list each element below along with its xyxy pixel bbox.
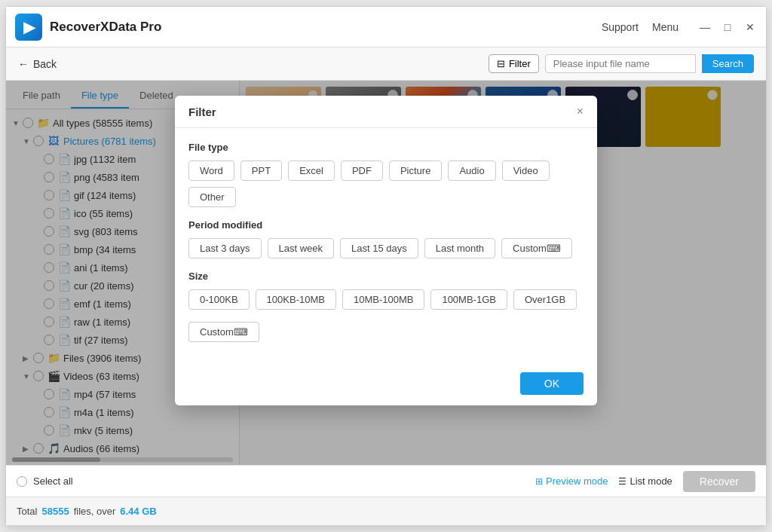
menu-button[interactable]: Menu: [652, 21, 679, 33]
filter-tag-picture[interactable]: Picture: [389, 161, 442, 181]
size-section-title: Size: [188, 271, 584, 282]
filter-dialog: Filter × File type Word PPT Excel PDF Pi…: [175, 96, 597, 405]
recover-button[interactable]: Recover: [683, 471, 755, 492]
custom-size-group: Custom⌨: [188, 322, 584, 342]
filter-tag-3days[interactable]: Last 3 days: [188, 238, 262, 258]
back-arrow-icon: ←: [18, 58, 29, 70]
filter-tag-over1gb[interactable]: Over1GB: [513, 289, 577, 310]
preview-mode-button[interactable]: ⊞ Preview mode: [535, 475, 608, 487]
period-section-title: Period modified: [188, 219, 584, 231]
status-text: Total 58555 files, over 6.44 GB: [17, 506, 157, 517]
content-area: File path File type Deleted ▼ 📁 All type…: [6, 81, 766, 465]
files-label: files, over: [74, 506, 116, 517]
app-window: ▶ RecoverXData Pro Support Menu — □ ✕ ← …: [5, 6, 767, 526]
view-controls: ⊞ Preview mode ☰ List mode Recover: [535, 471, 755, 492]
dialog-header: Filter ×: [175, 96, 597, 128]
list-mode-icon: ☰: [618, 476, 626, 487]
bottom-bar: Select all ⊞ Preview mode ☰ List mode Re…: [6, 465, 766, 497]
dialog-body: File type Word PPT Excel PDF Picture Aud…: [175, 128, 597, 365]
filter-tag-video[interactable]: Video: [502, 161, 550, 181]
preview-mode-label: Preview mode: [546, 475, 608, 487]
filter-tag-pdf[interactable]: PDF: [341, 161, 383, 181]
title-bar: ▶ RecoverXData Pro Support Menu — □ ✕: [6, 7, 766, 47]
select-all-label: Select all: [33, 475, 73, 487]
size-buttons: 0-100KB 100KB-10MB 10MB-100MB 100MB-1GB …: [188, 289, 584, 310]
logo-icon: ▶: [23, 18, 35, 36]
filter-tag-month[interactable]: Last month: [424, 238, 495, 258]
filter-tag-custom-period[interactable]: Custom⌨: [501, 238, 572, 258]
filter-tag-15days[interactable]: Last 15 days: [340, 238, 418, 258]
filter-tag-100kb-10mb[interactable]: 100KB-10MB: [256, 289, 336, 310]
back-button[interactable]: ← Back: [18, 58, 57, 70]
bottom-area: Select all ⊞ Preview mode ☰ List mode Re…: [6, 465, 766, 525]
filter-overlay[interactable]: Filter × File type Word PPT Excel PDF Pi…: [6, 81, 766, 465]
file-type-section-title: File type: [188, 142, 584, 153]
preview-mode-icon: ⊞: [535, 476, 543, 487]
total-label: Total: [17, 506, 37, 517]
status-bar: Total 58555 files, over 6.44 GB: [6, 497, 766, 525]
period-buttons: Last 3 days Last week Last 15 days Last …: [188, 238, 584, 258]
select-all-area: Select all: [17, 475, 73, 487]
maximize-button[interactable]: □: [721, 20, 734, 34]
filter-icon: ⊟: [497, 58, 505, 69]
filter-button[interactable]: ⊟ Filter: [489, 54, 539, 73]
size-label: 6.44 GB: [120, 506, 156, 517]
search-button[interactable]: Search: [702, 54, 754, 73]
filter-tag-week[interactable]: Last week: [268, 238, 335, 258]
filter-tag-excel[interactable]: Excel: [288, 161, 335, 181]
filter-tag-word[interactable]: Word: [188, 161, 234, 181]
filter-tag-ppt[interactable]: PPT: [240, 161, 282, 181]
window-controls: — □ ✕: [698, 20, 757, 34]
app-logo: ▶: [15, 14, 42, 41]
file-type-buttons: Word PPT Excel PDF Picture Audio Video O…: [188, 161, 584, 207]
dialog-footer: OK: [175, 365, 597, 405]
list-mode-button[interactable]: ☰ List mode: [618, 475, 672, 487]
title-right: Support Menu — □ ✕: [602, 20, 757, 34]
back-label: Back: [33, 58, 57, 70]
filter-tag-0-100kb[interactable]: 0-100KB: [188, 289, 250, 310]
toolbar: ← Back ⊟ Filter Search: [6, 47, 766, 81]
filter-tag-custom-size[interactable]: Custom⌨: [188, 322, 259, 342]
support-button[interactable]: Support: [602, 21, 639, 33]
minimize-button[interactable]: —: [698, 20, 712, 34]
search-input[interactable]: [545, 54, 696, 73]
filter-tag-100mb-1gb[interactable]: 100MB-1GB: [430, 289, 507, 310]
list-mode-label: List mode: [630, 475, 672, 487]
filter-tag-other[interactable]: Other: [188, 187, 236, 207]
ok-button[interactable]: OK: [520, 372, 584, 395]
toolbar-right: ⊟ Filter Search: [489, 54, 754, 73]
app-title: RecoverXData Pro: [50, 20, 161, 35]
filter-tag-audio[interactable]: Audio: [448, 161, 495, 181]
filter-tag-10mb-100mb[interactable]: 10MB-100MB: [342, 289, 424, 310]
close-button[interactable]: ✕: [743, 20, 757, 34]
dialog-close-button[interactable]: ×: [577, 105, 584, 118]
title-left: ▶ RecoverXData Pro: [15, 14, 161, 41]
select-all-radio[interactable]: [17, 476, 27, 487]
filter-label: Filter: [509, 58, 531, 69]
dialog-title: Filter: [188, 105, 216, 118]
files-count: 58555: [41, 506, 69, 517]
